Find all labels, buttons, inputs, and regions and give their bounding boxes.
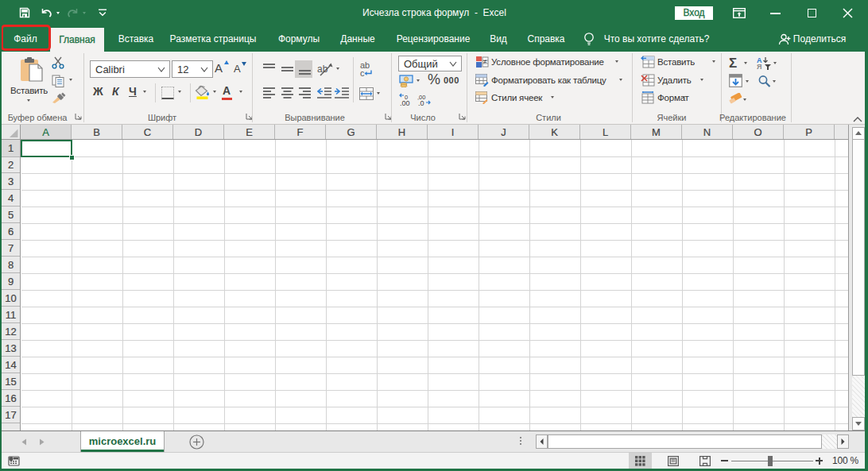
svg-text:,0: ,0 — [418, 99, 424, 106]
svg-text:≠: ≠ — [483, 58, 487, 65]
svg-text:Я: Я — [757, 63, 761, 70]
svg-text:,00: ,00 — [400, 99, 410, 106]
svg-text:c: c — [360, 68, 365, 78]
